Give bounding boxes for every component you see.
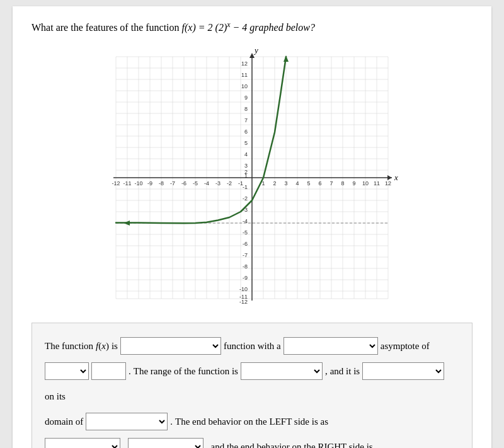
svg-text:9: 9 bbox=[352, 180, 355, 187]
svg-text:-8: -8 bbox=[159, 180, 164, 187]
text-and-it-is: and it is bbox=[330, 360, 360, 382]
asymptote-value-input[interactable] bbox=[91, 362, 126, 380]
y-axis-label: y bbox=[253, 45, 258, 55]
left-behavior-y-select[interactable]: f(x) → -4 f(x) → ∞ f(x) → -∞ bbox=[128, 438, 203, 448]
svg-text:-5: -5 bbox=[193, 180, 198, 187]
text-function-with-a: function with a bbox=[224, 335, 281, 357]
answer-row-3: domain of all real numbers x > 0 . The e… bbox=[45, 410, 459, 433]
svg-text:-3: -3 bbox=[215, 180, 220, 187]
svg-text:10: 10 bbox=[362, 180, 369, 187]
x-axis-arrow bbox=[387, 175, 392, 180]
asymptote-direction-select[interactable]: y x bbox=[45, 362, 89, 380]
asymptote-type-select[interactable]: horizontal vertical bbox=[284, 337, 378, 355]
y-axis-arrow bbox=[249, 53, 255, 58]
svg-text:9: 9 bbox=[244, 95, 248, 101]
svg-text:-9: -9 bbox=[243, 275, 248, 281]
answer-row-2: y x . The range of the function is y > -… bbox=[45, 360, 459, 408]
curve-left-arrow bbox=[123, 221, 130, 226]
function-curve bbox=[116, 57, 286, 223]
function-formula: f(x) = 2 (2)x − 4 graphed below? bbox=[182, 22, 315, 33]
svg-text:2: 2 bbox=[273, 180, 276, 187]
svg-text:3: 3 bbox=[244, 163, 248, 169]
text-comma-2: , bbox=[123, 435, 125, 448]
coordinate-graph: x y 12 11 10 9 8 7 6 5 4 3 2 1 - bbox=[101, 45, 403, 310]
svg-text:5: 5 bbox=[307, 180, 310, 187]
graph-container: x y 12 11 10 9 8 7 6 5 4 3 2 1 - bbox=[32, 45, 472, 310]
svg-text:-6: -6 bbox=[181, 180, 186, 187]
svg-text:3: 3 bbox=[284, 180, 287, 187]
svg-text:7: 7 bbox=[329, 180, 333, 187]
text-and-end-right: and the end behavior on the RIGHT side i… bbox=[211, 435, 373, 448]
svg-text:4: 4 bbox=[244, 151, 248, 158]
text-period-2: . bbox=[170, 410, 173, 433]
question-text: What are the features of the function f(… bbox=[32, 19, 472, 35]
svg-text:-2: -2 bbox=[243, 195, 248, 202]
range-select[interactable]: y > -4 y < -4 all real numbers bbox=[241, 362, 323, 380]
text-is: is bbox=[112, 335, 118, 357]
svg-text:4: 4 bbox=[295, 180, 299, 187]
svg-text:-2: -2 bbox=[227, 180, 232, 187]
function-type-select[interactable]: exponential linear quadratic bbox=[120, 337, 221, 355]
svg-text:-12: -12 bbox=[112, 180, 120, 187]
svg-text:-1: -1 bbox=[243, 184, 248, 190]
svg-text:-7: -7 bbox=[243, 252, 248, 258]
svg-text:-6: -6 bbox=[243, 241, 248, 247]
svg-text:10: 10 bbox=[241, 83, 248, 89]
svg-text:-10: -10 bbox=[134, 180, 142, 187]
main-page: What are the features of the function f(… bbox=[13, 6, 491, 448]
svg-text:6: 6 bbox=[318, 180, 321, 187]
svg-text:-1: -1 bbox=[238, 180, 243, 187]
domain-select[interactable]: all real numbers x > 0 bbox=[86, 413, 168, 430]
svg-text:6: 6 bbox=[244, 129, 248, 135]
svg-text:8: 8 bbox=[244, 106, 248, 112]
text-range-prefix: The range of the function is bbox=[134, 360, 238, 382]
x-axis-label: x bbox=[394, 173, 398, 182]
svg-text:12: 12 bbox=[385, 180, 391, 187]
svg-text:5: 5 bbox=[244, 140, 248, 146]
svg-text:7: 7 bbox=[244, 117, 248, 123]
svg-text:-5: -5 bbox=[243, 229, 248, 236]
text-on-its: on its bbox=[45, 385, 66, 408]
text-comma: , bbox=[325, 360, 328, 382]
text-period: . bbox=[129, 360, 131, 382]
svg-text:11: 11 bbox=[374, 180, 380, 187]
text-domain-of: domain of bbox=[45, 410, 83, 433]
svg-text:-7: -7 bbox=[170, 180, 175, 187]
svg-text:1: 1 bbox=[244, 173, 248, 179]
answer-row-4: x → -∞ x → ∞ x → 0 , f(x) → -4 f(x) → ∞ … bbox=[45, 435, 459, 448]
svg-text:-8: -8 bbox=[243, 263, 248, 270]
text-end-behavior-left: The end behavior on the LEFT side is as bbox=[175, 410, 328, 433]
question-prefix: What are the features of the function bbox=[32, 22, 180, 33]
text-the-function: The function bbox=[45, 335, 93, 357]
answer-section: The function f(x) is exponential linear … bbox=[32, 323, 472, 448]
y-min-label: -12 bbox=[239, 299, 248, 305]
svg-text:-10: -10 bbox=[239, 286, 248, 292]
svg-text:-11: -11 bbox=[123, 180, 131, 187]
svg-text:11: 11 bbox=[241, 72, 248, 78]
graph-wrapper: x y 12 11 10 9 8 7 6 5 4 3 2 1 - bbox=[101, 45, 403, 310]
text-asymptote-of: asymptote of bbox=[381, 335, 430, 357]
bound-select[interactable]: increasing decreasing bbox=[362, 362, 444, 380]
answer-row-1: The function f(x) is exponential linear … bbox=[45, 335, 459, 357]
svg-text:-4: -4 bbox=[204, 180, 209, 187]
curve-top-arrow bbox=[284, 55, 289, 62]
svg-text:12: 12 bbox=[241, 60, 248, 67]
svg-text:8: 8 bbox=[341, 180, 344, 187]
text-fx: f(x) bbox=[96, 335, 109, 357]
svg-text:-9: -9 bbox=[147, 180, 152, 187]
text-comma-3: , bbox=[206, 435, 209, 448]
left-behavior-x-select[interactable]: x → -∞ x → ∞ x → 0 bbox=[45, 438, 120, 448]
